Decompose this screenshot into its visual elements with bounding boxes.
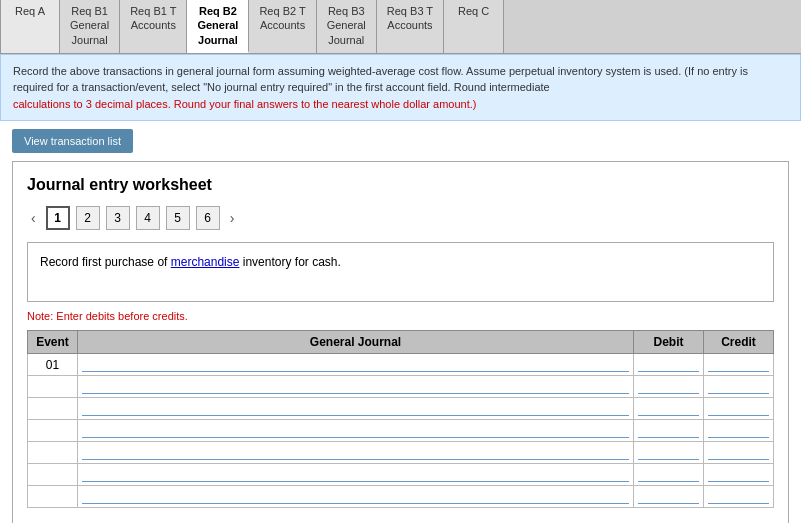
page-prev-button[interactable]: ‹ bbox=[27, 208, 40, 228]
debit-cell[interactable] bbox=[634, 464, 704, 486]
debit-input[interactable] bbox=[638, 423, 699, 438]
worksheet-container: Journal entry worksheet ‹ 1 2 3 4 5 6 › … bbox=[12, 161, 789, 523]
page-next-button[interactable]: › bbox=[226, 208, 239, 228]
tab-req-b2-general[interactable]: Req B2 General Journal bbox=[187, 0, 249, 53]
credit-cell[interactable] bbox=[704, 398, 774, 420]
debit-input[interactable] bbox=[638, 489, 699, 504]
journal-input[interactable] bbox=[82, 357, 629, 372]
table-row bbox=[28, 486, 774, 508]
table-row bbox=[28, 398, 774, 420]
page-1-button[interactable]: 1 bbox=[46, 206, 70, 230]
info-banner: Record the above transactions in general… bbox=[0, 54, 801, 122]
event-cell bbox=[28, 398, 78, 420]
credit-cell[interactable] bbox=[704, 442, 774, 464]
event-cell bbox=[28, 486, 78, 508]
table-row bbox=[28, 376, 774, 398]
debit-input[interactable] bbox=[638, 445, 699, 460]
credit-cell[interactable] bbox=[704, 420, 774, 442]
event-cell bbox=[28, 442, 78, 464]
page-2-button[interactable]: 2 bbox=[76, 206, 100, 230]
page-4-button[interactable]: 4 bbox=[136, 206, 160, 230]
journal-cell[interactable] bbox=[78, 398, 634, 420]
col-header-general-journal: General Journal bbox=[78, 331, 634, 354]
credit-cell[interactable] bbox=[704, 376, 774, 398]
journal-cell[interactable] bbox=[78, 354, 634, 376]
credit-input[interactable] bbox=[708, 467, 769, 482]
table-row bbox=[28, 442, 774, 464]
debit-cell[interactable] bbox=[634, 354, 704, 376]
debit-input[interactable] bbox=[638, 467, 699, 482]
tab-req-b1-t[interactable]: Req B1 T Accounts bbox=[120, 0, 187, 53]
page-5-button[interactable]: 5 bbox=[166, 206, 190, 230]
col-header-debit: Debit bbox=[634, 331, 704, 354]
debit-input[interactable] bbox=[638, 379, 699, 394]
journal-input[interactable] bbox=[82, 467, 629, 482]
tab-req-b1-general[interactable]: Req B1 General Journal bbox=[60, 0, 120, 53]
tab-req-b3-t[interactable]: Req B3 T Accounts bbox=[377, 0, 444, 53]
event-cell bbox=[28, 464, 78, 486]
debit-cell[interactable] bbox=[634, 420, 704, 442]
col-header-event: Event bbox=[28, 331, 78, 354]
journal-cell[interactable] bbox=[78, 486, 634, 508]
col-header-credit: Credit bbox=[704, 331, 774, 354]
tab-req-c[interactable]: Req C bbox=[444, 0, 504, 53]
tab-req-b3-general[interactable]: Req B3 General Journal bbox=[317, 0, 377, 53]
transaction-text-after: inventory for cash. bbox=[239, 255, 340, 269]
journal-cell[interactable] bbox=[78, 420, 634, 442]
page-6-button[interactable]: 6 bbox=[196, 206, 220, 230]
worksheet-title: Journal entry worksheet bbox=[27, 176, 774, 194]
journal-cell[interactable] bbox=[78, 464, 634, 486]
tab-req-b2-t[interactable]: Req B2 T Accounts bbox=[249, 0, 316, 53]
credit-cell[interactable] bbox=[704, 486, 774, 508]
transaction-description-box: Record first purchase of merchandise inv… bbox=[27, 242, 774, 302]
debit-cell[interactable] bbox=[634, 398, 704, 420]
journal-input[interactable] bbox=[82, 489, 629, 504]
view-transaction-area: View transaction list bbox=[0, 121, 801, 161]
debit-cell[interactable] bbox=[634, 376, 704, 398]
info-highlight-text: calculations to 3 decimal places. Round … bbox=[13, 98, 476, 110]
merchandise-link[interactable]: merchandise bbox=[171, 255, 240, 269]
view-transaction-button[interactable]: View transaction list bbox=[12, 129, 133, 153]
journal-input[interactable] bbox=[82, 401, 629, 416]
page-3-button[interactable]: 3 bbox=[106, 206, 130, 230]
event-cell bbox=[28, 420, 78, 442]
credit-cell[interactable] bbox=[704, 354, 774, 376]
journal-input[interactable] bbox=[82, 379, 629, 394]
table-row: 01 bbox=[28, 354, 774, 376]
journal-input[interactable] bbox=[82, 423, 629, 438]
journal-cell[interactable] bbox=[78, 376, 634, 398]
credit-input[interactable] bbox=[708, 357, 769, 372]
info-main-text: Record the above transactions in general… bbox=[13, 65, 748, 94]
debit-cell[interactable] bbox=[634, 442, 704, 464]
debit-input[interactable] bbox=[638, 401, 699, 416]
debit-credit-note: Note: Enter debits before credits. bbox=[27, 310, 774, 322]
credit-input[interactable] bbox=[708, 401, 769, 416]
debit-input[interactable] bbox=[638, 357, 699, 372]
credit-cell[interactable] bbox=[704, 464, 774, 486]
credit-input[interactable] bbox=[708, 445, 769, 460]
event-cell: 01 bbox=[28, 354, 78, 376]
journal-cell[interactable] bbox=[78, 442, 634, 464]
table-row bbox=[28, 464, 774, 486]
tab-req-a[interactable]: Req A bbox=[0, 0, 60, 53]
table-row bbox=[28, 420, 774, 442]
credit-input[interactable] bbox=[708, 379, 769, 394]
journal-input[interactable] bbox=[82, 445, 629, 460]
pagination: ‹ 1 2 3 4 5 6 › bbox=[27, 206, 774, 230]
journal-table: Event General Journal Debit Credit 01 bbox=[27, 330, 774, 508]
credit-input[interactable] bbox=[708, 423, 769, 438]
tab-bar: Req A Req B1 General Journal Req B1 T Ac… bbox=[0, 0, 801, 54]
event-cell bbox=[28, 376, 78, 398]
debit-cell[interactable] bbox=[634, 486, 704, 508]
credit-input[interactable] bbox=[708, 489, 769, 504]
transaction-text-before: Record first purchase of bbox=[40, 255, 171, 269]
